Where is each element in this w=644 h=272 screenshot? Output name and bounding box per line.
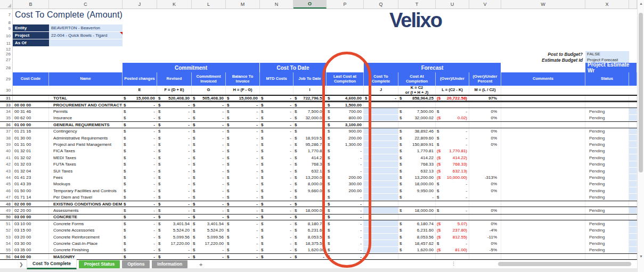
row-header[interactable]: 52 bbox=[0, 227, 13, 233]
cell-posted-changes[interactable]: $- bbox=[123, 154, 157, 161]
cell-cost-to-complete-input[interactable] bbox=[364, 207, 398, 213]
cell-status[interactable] bbox=[585, 96, 629, 101]
column-header-k[interactable]: K bbox=[157, 0, 192, 9]
cell-commitment-invoiced[interactable]: $- bbox=[192, 201, 226, 207]
cell-commitment-invoiced[interactable]: $- bbox=[192, 102, 226, 108]
column-header-partial[interactable] bbox=[629, 0, 637, 9]
cell-cost-at-completion[interactable]: $1,620.00 bbox=[398, 247, 436, 253]
cell-over-under-percent[interactable]: 0% bbox=[469, 220, 501, 227]
cell-comments[interactable] bbox=[501, 187, 585, 194]
column-header-p[interactable]: P bbox=[327, 0, 364, 9]
cell-status[interactable]: Pending bbox=[585, 115, 629, 121]
cell-comments[interactable] bbox=[501, 194, 585, 200]
cell-cost-code[interactable]: 03 30 00 bbox=[13, 240, 49, 246]
cell-comments[interactable] bbox=[501, 174, 585, 180]
cell-cost-code[interactable]: 02 20 00 bbox=[13, 207, 49, 213]
cell-status[interactable]: Pending bbox=[585, 220, 629, 227]
cell-cost-to-complete-input[interactable] bbox=[364, 161, 398, 168]
cell-balance-to-invoice[interactable]: $- bbox=[226, 168, 260, 174]
cell-commitment-invoiced[interactable]: $- bbox=[192, 141, 226, 147]
vertical-scrollbar-thumb[interactable] bbox=[639, 13, 643, 172]
cell-mtd-costs[interactable]: $- bbox=[260, 207, 294, 213]
cell-over-under[interactable] bbox=[436, 254, 469, 259]
cell-cost-at-completion[interactable]: $- bbox=[398, 194, 436, 200]
row-header[interactable]: 30 bbox=[0, 86, 13, 95]
cell-commitment-invoiced[interactable]: $505,408.30 bbox=[192, 96, 226, 101]
cell-mtd-costs[interactable]: $- bbox=[260, 135, 294, 141]
row-header[interactable]: 27 bbox=[0, 57, 13, 63]
cell-job-to-date[interactable]: $13,200.00 bbox=[294, 174, 327, 180]
cell-status[interactable]: Pending bbox=[585, 161, 629, 168]
cell-last-cost-at-completion[interactable]: $- bbox=[327, 207, 364, 213]
cell-job-to-date[interactable]: $8,180.74 bbox=[294, 220, 327, 227]
cell-cost-to-complete-input[interactable] bbox=[364, 108, 398, 114]
cell-cost-code[interactable]: 04 00 00 bbox=[13, 254, 49, 259]
cell-name[interactable]: Permits bbox=[49, 108, 123, 114]
cell-comments[interactable] bbox=[501, 220, 585, 227]
cell-posted-changes[interactable]: $- bbox=[123, 122, 157, 127]
cell-name[interactable]: Concrete Reinforcement bbox=[49, 234, 123, 240]
tab-options[interactable]: Options bbox=[122, 260, 150, 268]
cell-over-under-percent[interactable] bbox=[469, 154, 501, 161]
cell-writeback-partial[interactable] bbox=[629, 96, 637, 101]
cell-cost-code[interactable]: 01 32 04 bbox=[13, 168, 49, 174]
column-header-b[interactable]: B bbox=[13, 0, 49, 9]
cell-last-cost-at-completion[interactable]: $200.00 bbox=[327, 135, 364, 141]
cell-writeback-partial[interactable] bbox=[629, 161, 637, 168]
cell-writeback-partial[interactable] bbox=[629, 254, 637, 259]
cell-revised[interactable]: $3,401.54 bbox=[157, 220, 192, 227]
cell-last-cost-at-completion[interactable]: $300.00 bbox=[327, 181, 364, 187]
row-header[interactable]: 48 bbox=[0, 201, 13, 207]
cell-cost-at-completion[interactable] bbox=[398, 102, 436, 108]
cell-cost-at-completion[interactable]: $7,500.00 bbox=[398, 108, 436, 114]
cell-cost-at-completion[interactable]: $9,950.00 bbox=[398, 187, 436, 194]
cell-balance-to-invoice[interactable]: $- bbox=[226, 148, 260, 154]
column-header-q[interactable]: Q bbox=[364, 0, 398, 9]
cell-balance-to-invoice[interactable]: $- bbox=[226, 128, 260, 135]
cell-job-to-date[interactable]: $8,000.00 bbox=[294, 181, 327, 187]
cell-commitment-invoiced[interactable]: $- bbox=[192, 254, 226, 259]
vertical-scrollbar[interactable]: ▲ ▼ bbox=[637, 0, 644, 272]
cell-comments[interactable] bbox=[501, 108, 585, 114]
cell-cost-at-completion[interactable] bbox=[398, 215, 436, 220]
row-header[interactable]: 10 bbox=[0, 32, 13, 39]
cell-over-under-percent[interactable] bbox=[469, 122, 501, 127]
cell-balance-to-invoice[interactable]: $- bbox=[226, 108, 260, 114]
cell-revised[interactable]: $- bbox=[157, 174, 192, 180]
cell-commitment-invoiced[interactable]: $- bbox=[192, 168, 226, 174]
cell-over-under[interactable]: $- bbox=[436, 128, 469, 135]
row-header[interactable]: 38 bbox=[0, 135, 13, 141]
cell-cost-to-complete-input[interactable] bbox=[364, 115, 398, 121]
cell-mtd-costs[interactable]: $- bbox=[260, 215, 294, 220]
cell-balance-to-invoice[interactable]: $- bbox=[226, 161, 260, 168]
cell-cost-code[interactable]: 02 00 00 bbox=[13, 201, 49, 207]
cell-comments[interactable] bbox=[501, 141, 585, 147]
cell-commitment-invoiced[interactable]: $- bbox=[192, 207, 226, 213]
cell-over-under[interactable]: $- bbox=[436, 108, 469, 114]
cell-over-under-percent[interactable]: 0% bbox=[469, 181, 501, 187]
cell-writeback-partial[interactable] bbox=[629, 207, 637, 213]
cell-last-cost-at-completion[interactable]: $200.00 bbox=[327, 174, 364, 180]
cell-name[interactable]: Concrete Finishing bbox=[49, 247, 123, 253]
cell-name[interactable]: Concrete Cast-In-Place bbox=[49, 240, 123, 246]
cell-cost-at-completion[interactable]: $1,770.81 bbox=[398, 148, 436, 154]
cell-cost-code[interactable] bbox=[13, 96, 49, 101]
cell-job-to-date[interactable]: $18,375.59 bbox=[294, 240, 327, 246]
cell-cost-code[interactable]: 03 00 00 bbox=[13, 215, 49, 220]
cell-name[interactable]: Contingency bbox=[49, 128, 123, 135]
cell-posted-changes[interactable]: $- bbox=[123, 234, 157, 240]
cell-writeback-partial[interactable] bbox=[629, 247, 637, 253]
cell-mtd-costs[interactable]: $- bbox=[260, 154, 294, 161]
cell-name[interactable]: FICA Taxes bbox=[49, 148, 123, 154]
cell-over-under[interactable]: ($632.13) bbox=[436, 168, 469, 174]
cell-cost-at-completion[interactable]: $8,053.56 bbox=[398, 234, 436, 240]
cell-last-cost-at-completion[interactable]: $- bbox=[327, 168, 364, 174]
cell-name[interactable]: Concrete Accessories bbox=[49, 227, 123, 233]
cell-cost-to-complete-input[interactable] bbox=[364, 135, 398, 141]
cell-posted-changes[interactable]: $- bbox=[123, 174, 157, 180]
cell-revised[interactable]: $- bbox=[157, 247, 192, 253]
cell-comments[interactable] bbox=[501, 154, 585, 161]
cell-over-under-percent[interactable]: 0% bbox=[469, 207, 501, 213]
cell-cost-to-complete-input[interactable] bbox=[364, 181, 398, 187]
cell-name[interactable]: SUI Taxes bbox=[49, 168, 123, 174]
